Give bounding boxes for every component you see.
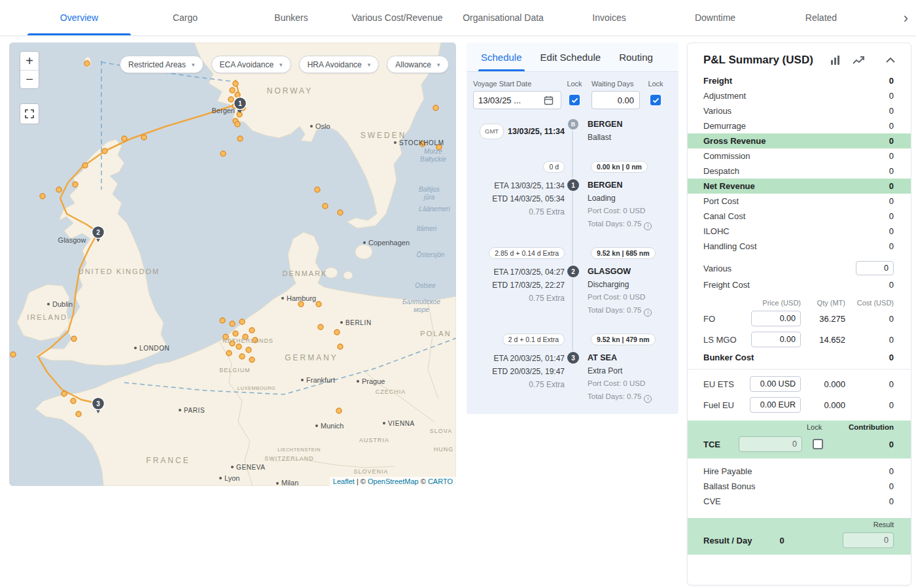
zoom-in-button[interactable]: + — [20, 52, 39, 70]
map-label-milan: Milan — [281, 479, 298, 486]
row-label: Port Cost — [703, 196, 739, 207]
filter-eca-avoidance[interactable]: ECA Avoidance ▾ — [211, 56, 291, 73]
map-label-oslo: Oslo — [315, 122, 330, 130]
fuel-eu-price-input[interactable] — [750, 397, 801, 413]
row-label: Various — [703, 105, 731, 116]
lsmgo-price-input[interactable] — [751, 332, 801, 347]
bar-chart-icon[interactable] — [830, 55, 841, 65]
timeline-marker-3[interactable]: 3 — [567, 352, 579, 364]
timeline-marker-ballast[interactable]: B — [568, 119, 578, 130]
col-qty-header: Qty (MT) — [801, 299, 845, 307]
pnl-row-handling-cost: Handling Cost0 — [688, 239, 911, 254]
tab-routing[interactable]: Routing — [610, 43, 662, 71]
filter-restricted-areas[interactable]: Restricted Areas ▾ — [120, 56, 203, 73]
result-per-day-label: Result / Day — [703, 536, 752, 545]
info-icon[interactable]: i — [644, 309, 652, 317]
filter-hra-avoidance[interactable]: HRA Avoidance ▾ — [299, 56, 379, 73]
tab-downtime[interactable]: Downtime — [662, 0, 768, 35]
filter-allowance[interactable]: Allowance ▾ — [387, 56, 448, 73]
zoom-out-button[interactable]: − — [20, 70, 39, 88]
tab-invoices[interactable]: Invoices — [556, 0, 662, 35]
row-label: Commission — [703, 150, 750, 162]
tab-cargo[interactable]: Cargo — [132, 0, 238, 35]
row-label: Bunker Cost — [703, 352, 754, 363]
waiting-days-lock-checkbox[interactable] — [650, 95, 661, 105]
map-label-sea-morze-2: Bałtyckie — [420, 156, 446, 163]
filter-label: ECA Avoidance — [220, 60, 274, 69]
row-value: 0 — [889, 75, 894, 86]
map-label-poland: POLAN — [420, 330, 451, 337]
pnl-row-various: Various0 — [688, 103, 911, 118]
ets-cost: 0 — [845, 400, 894, 410]
result-input[interactable] — [843, 532, 894, 548]
row-label: Handling Cost — [703, 241, 757, 252]
info-icon[interactable]: i — [644, 395, 652, 403]
tab-overview[interactable]: Overview — [26, 0, 132, 35]
pnl-row-freight-cost: Freight Cost0 — [688, 277, 911, 292]
voyage-start-date-field[interactable] — [473, 91, 561, 109]
ets-row-eu-ets: EU ETS 0.000 0 — [688, 373, 911, 394]
waiting-days-label: Waiting Days — [591, 80, 640, 88]
calendar-icon[interactable] — [544, 95, 554, 105]
fo-price-input[interactable] — [751, 311, 801, 326]
nav-overflow-chevron-icon[interactable]: › — [900, 0, 912, 36]
top-nav: Overview Cargo Bunkers Various Cost/Reve… — [0, 0, 916, 36]
row-value: 0 — [889, 352, 894, 363]
voyage-start-date-input[interactable] — [478, 95, 544, 105]
extra-days: 0.75 Extra — [468, 292, 565, 305]
schedule-panel: Schedule Edit Schedule Routing Voyage St… — [467, 43, 678, 414]
timeline-marker-2[interactable]: 2 — [567, 266, 579, 277]
row-value: 0 — [889, 135, 894, 147]
land-zealand — [355, 245, 372, 259]
row-value: 0 — [889, 196, 894, 207]
voyage-map[interactable]: NORWAY SWEDEN UNITED KINGDOM IRELAND NET… — [9, 43, 456, 486]
osm-link[interactable]: OpenStreetMap — [368, 477, 419, 485]
map-label-stockholm: STOCKHOLM — [399, 139, 444, 147]
fit-bounds-button[interactable] — [20, 103, 39, 124]
map-controls: + − — [20, 51, 39, 124]
contribution-value: 0 — [889, 440, 894, 449]
various-cost-input[interactable] — [856, 261, 894, 275]
map-label-austria: AUSTRIA — [359, 437, 389, 443]
port-name: GLASGOW — [588, 266, 673, 279]
bunker-row-lsmgo: LS MGO 14.652 0 — [688, 329, 911, 350]
map-canvas: NORWAY SWEDEN UNITED KINGDOM IRELAND NET… — [9, 43, 456, 486]
waiting-days-input[interactable] — [591, 91, 640, 109]
leaflet-link[interactable]: Leaflet — [333, 477, 355, 485]
attribution-copy: © — [421, 477, 426, 485]
transit-time-badge: 2 d + 0.1 d Extra — [502, 334, 565, 345]
map-label-berlin: BERLIN — [345, 319, 372, 326]
tab-edit-schedule[interactable]: Edit Schedule — [531, 43, 610, 71]
tab-related[interactable]: Related — [768, 0, 874, 35]
map-label-sweden: SWEDEN — [361, 131, 407, 140]
map-label-luxembourg: LUXEMBOURG — [238, 385, 275, 391]
tab-various-cost-revenue[interactable]: Various Cost/Revenue — [344, 0, 450, 35]
carto-link[interactable]: CARTO — [428, 477, 453, 485]
tab-bunkers[interactable]: Bunkers — [238, 0, 344, 35]
timeline-marker-1[interactable]: 1 — [567, 179, 579, 191]
info-icon[interactable]: i — [644, 222, 652, 230]
map-label-bergen: Bergen — [212, 107, 235, 114]
row-value: 0 — [889, 466, 894, 477]
result-section: Result Result / Day 0 — [688, 518, 911, 555]
trend-chart-icon[interactable] — [853, 55, 866, 65]
row-value: 0 — [889, 226, 894, 237]
map-label-sea-balt-1: Балтийское — [402, 298, 440, 305]
svg-text:2: 2 — [96, 229, 100, 236]
map-label-switzerland: SWITZERLAND — [264, 455, 314, 462]
eu-ets-price-input[interactable] — [750, 376, 801, 392]
fuel-qty: 14.652 — [801, 335, 845, 345]
voyage-start-lock-checkbox[interactable] — [569, 95, 580, 105]
row-value: 0 — [889, 496, 894, 507]
collapse-panel-chevron-icon[interactable] — [886, 58, 895, 63]
port-cost: Port Cost: 0 USD — [588, 205, 673, 218]
tce-lock-checkbox[interactable] — [813, 439, 823, 449]
fuel-qty: 36.275 — [801, 314, 845, 324]
tab-organisational-data[interactable]: Organisational Data — [450, 0, 556, 35]
tce-input[interactable] — [739, 436, 802, 452]
transit-time-badge: 2.85 d + 0.14 d Extra — [489, 247, 565, 259]
map-label-vienna: VIENNA — [388, 420, 415, 427]
timeline-leg: 0 d 0.00 kn | 0 nm ETA 13/03/25, 11:34 E… — [468, 161, 673, 230]
pnl-row-canal-cost: Canal Cost0 — [688, 209, 911, 224]
tab-schedule[interactable]: Schedule — [472, 43, 531, 71]
